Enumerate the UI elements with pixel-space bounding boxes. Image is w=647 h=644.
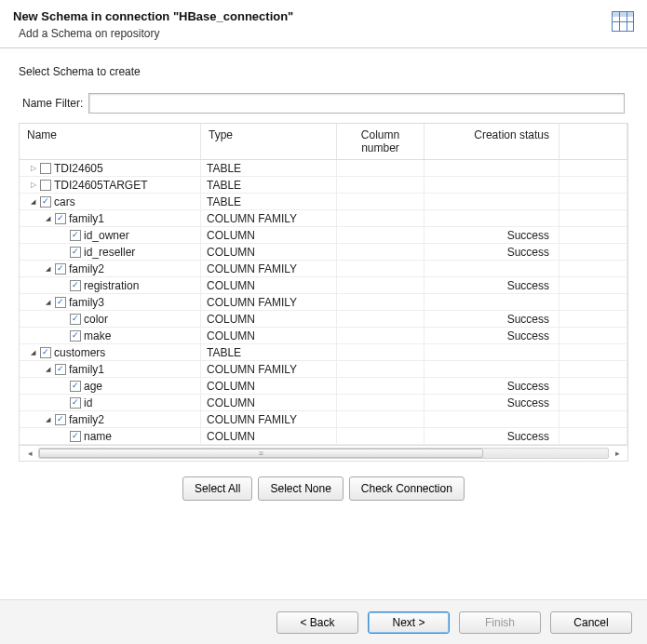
expander-icon[interactable]: [44, 415, 52, 423]
row-name-label: id_owner: [84, 229, 129, 242]
row-name-label: registration: [84, 279, 139, 292]
cell-colnum: [337, 378, 425, 394]
cell-spacer: [559, 311, 627, 327]
cell-name: family1: [20, 361, 201, 377]
cell-name: id_reseller: [20, 244, 201, 260]
scroll-left-icon[interactable]: ◂: [25, 449, 34, 458]
cell-spacer: [559, 160, 627, 176]
cell-colnum: [337, 210, 425, 226]
expander-icon[interactable]: [29, 164, 37, 172]
row-name-label: color: [84, 313, 108, 326]
cell-status: [425, 361, 559, 377]
scroll-track[interactable]: ≡: [38, 448, 609, 459]
cancel-button[interactable]: Cancel: [550, 611, 632, 634]
row-checkbox[interactable]: [55, 364, 66, 375]
cell-spacer: [559, 194, 627, 209]
cell-status: [425, 160, 559, 176]
cell-colnum: [337, 177, 425, 193]
row-checkbox[interactable]: [70, 230, 81, 241]
name-filter-input[interactable]: [88, 93, 625, 114]
row-checkbox[interactable]: [70, 280, 81, 291]
row-name-label: family1: [69, 212, 104, 225]
row-name-label: TDI24605: [54, 162, 103, 175]
table-row[interactable]: family2COLUMN FAMILY: [20, 261, 627, 277]
scroll-right-icon[interactable]: ▸: [613, 449, 622, 458]
column-header-status[interactable]: Creation status: [425, 124, 559, 159]
row-checkbox[interactable]: [70, 381, 81, 392]
cell-name: family1: [20, 210, 201, 226]
select-none-button[interactable]: Select None: [258, 476, 343, 501]
scroll-thumb[interactable]: ≡: [39, 449, 483, 458]
row-checkbox[interactable]: [40, 180, 51, 191]
table-row[interactable]: TDI24605TARGETTABLE: [20, 177, 627, 194]
expander-icon[interactable]: [29, 197, 37, 206]
table-row[interactable]: family1COLUMN FAMILY: [20, 361, 627, 378]
table-row[interactable]: family2COLUMN FAMILY: [20, 411, 627, 428]
row-checkbox[interactable]: [55, 297, 66, 308]
row-checkbox[interactable]: [70, 247, 81, 258]
cell-colnum: [337, 311, 425, 327]
table-row[interactable]: id_ownerCOLUMNSuccess: [20, 227, 627, 244]
row-checkbox[interactable]: [70, 330, 81, 342]
table-row[interactable]: registrationCOLUMNSuccess: [20, 277, 627, 294]
table-row[interactable]: id_resellerCOLUMNSuccess: [20, 244, 627, 261]
cell-type: COLUMN: [201, 244, 337, 260]
cell-colnum: [337, 244, 425, 260]
table-row[interactable]: family3COLUMN FAMILY: [20, 294, 627, 311]
back-button[interactable]: < Back: [276, 611, 358, 634]
table-row[interactable]: customersTABLE: [20, 344, 627, 361]
row-checkbox[interactable]: [55, 213, 66, 224]
cell-spacer: [559, 210, 627, 226]
cell-type: COLUMN: [201, 328, 337, 343]
expander-icon[interactable]: [44, 365, 52, 373]
row-checkbox[interactable]: [40, 347, 51, 358]
cell-name: make: [20, 328, 201, 343]
row-name-label: id_reseller: [84, 246, 135, 259]
cell-name: registration: [20, 277, 201, 293]
table-row[interactable]: colorCOLUMNSuccess: [20, 311, 627, 328]
expander-icon[interactable]: [29, 348, 37, 356]
cell-name: name: [20, 428, 201, 444]
cell-colnum: [337, 361, 425, 377]
section-label: Select Schema to create: [19, 65, 628, 78]
cell-spacer: [559, 177, 627, 193]
cell-status: [425, 261, 559, 276]
row-checkbox[interactable]: [40, 163, 51, 174]
row-checkbox[interactable]: [70, 431, 81, 442]
row-checkbox[interactable]: [55, 263, 66, 275]
table-row[interactable]: nameCOLUMNSuccess: [20, 428, 627, 445]
table-row[interactable]: idCOLUMNSuccess: [20, 395, 627, 411]
check-connection-button[interactable]: Check Connection: [349, 476, 465, 501]
dialog-header: New Schema in connection "HBase_connecti…: [0, 0, 647, 48]
expander-icon[interactable]: [44, 264, 52, 273]
row-checkbox[interactable]: [70, 397, 81, 409]
content-area: Select Schema to create Name Filter: Nam…: [0, 48, 647, 519]
cell-name: customers: [20, 344, 201, 360]
finish-button: Finish: [459, 611, 541, 634]
row-checkbox[interactable]: [40, 196, 51, 208]
horizontal-scrollbar[interactable]: ◂ ≡ ▸: [20, 445, 627, 461]
expander-icon[interactable]: [29, 181, 37, 189]
row-name-label: family2: [69, 413, 104, 426]
cell-status: [425, 210, 559, 226]
table-row[interactable]: makeCOLUMNSuccess: [20, 328, 627, 344]
cell-spacer: [559, 361, 627, 377]
table-row[interactable]: family1COLUMN FAMILY: [20, 210, 627, 227]
cell-spacer: [559, 227, 627, 243]
table-row[interactable]: TDI24605TABLE: [20, 160, 627, 177]
cell-status: Success: [425, 277, 559, 293]
expander-icon[interactable]: [44, 298, 52, 306]
column-header-type[interactable]: Type: [201, 124, 337, 159]
cell-type: COLUMN FAMILY: [201, 361, 337, 377]
table-row[interactable]: ageCOLUMNSuccess: [20, 378, 627, 395]
table-row[interactable]: carsTABLE: [20, 194, 627, 210]
next-button[interactable]: Next >: [368, 611, 450, 634]
cell-status: Success: [425, 378, 559, 394]
select-all-button[interactable]: Select All: [182, 476, 252, 501]
expander-icon[interactable]: [44, 214, 52, 222]
row-checkbox[interactable]: [70, 314, 81, 325]
row-checkbox[interactable]: [55, 414, 66, 425]
cell-type: COLUMN: [201, 311, 337, 327]
column-header-name[interactable]: Name: [20, 124, 201, 159]
column-header-colnum[interactable]: Column number: [337, 124, 425, 159]
